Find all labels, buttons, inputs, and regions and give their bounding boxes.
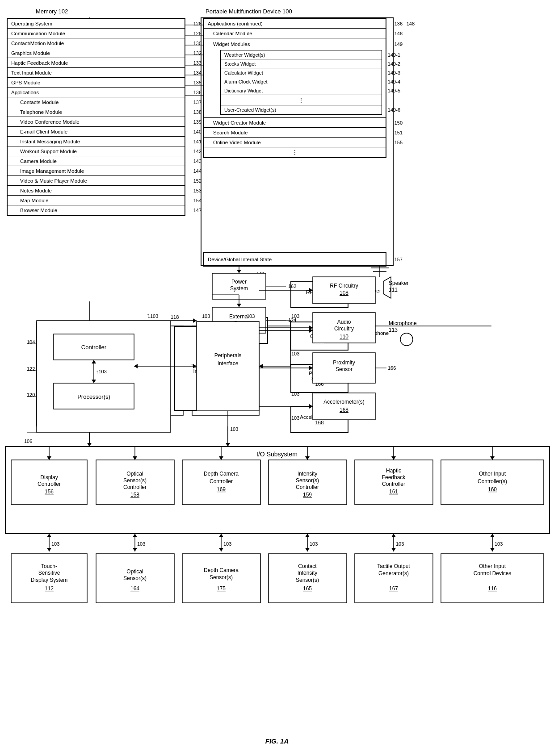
diagram: Memory 102 Operating System 126 Communic…	[0, 0, 554, 756]
svg-text:Accelerometer(s): Accelerometer(s)	[323, 399, 364, 405]
svg-marker-128	[133, 534, 137, 537]
svg-marker-31	[383, 277, 391, 298]
svg-text:Microphone: Microphone	[389, 320, 417, 326]
alarm-widget-row: Alarm Clock Widget 149-4	[221, 77, 382, 86]
controller-box: Controller	[50, 334, 130, 360]
accelerometer-box: Accelerometer(s)168	[290, 406, 348, 433]
svg-text:Depth Camera: Depth Camera	[204, 471, 239, 477]
dict-widget-row: Dictionary Widget 149-5	[221, 86, 382, 95]
svg-rect-113	[355, 460, 433, 505]
svg-marker-63	[193, 318, 197, 323]
svg-text:System: System	[230, 285, 248, 292]
apps-row: Applications 136	[8, 88, 185, 97]
svg-point-38	[400, 333, 413, 346]
svg-marker-182	[133, 456, 137, 460]
contacts-row: Contacts Module 137	[8, 97, 185, 107]
more-ellipsis: ⋮	[204, 147, 386, 157]
svg-text:118: 118	[171, 314, 179, 320]
im-row: Instant Messaging Module 141	[8, 137, 185, 146]
svg-text:112: 112	[45, 585, 54, 592]
svg-marker-196	[237, 270, 241, 273]
online-video-row: Online Video Module 155	[204, 138, 386, 147]
svg-text:159: 159	[303, 492, 312, 498]
widget-sub-box: Weather Widget(s) 149-1 Stocks Widget 14…	[220, 50, 382, 115]
svg-rect-168	[441, 554, 544, 603]
svg-text:103: 103	[202, 313, 210, 319]
svg-text:167: 167	[389, 585, 398, 592]
haptic-row: Haptic Feedback Module 133	[8, 58, 185, 68]
svg-text:Controller: Controller	[210, 478, 233, 485]
svg-text:Intensity: Intensity	[298, 471, 318, 477]
portable-label: Portable Multifunction Device 100	[206, 8, 292, 15]
os-row: Operating System 126	[8, 19, 185, 29]
svg-text:164: 164	[130, 585, 139, 592]
svg-text:165: 165	[303, 585, 312, 592]
svg-text:Controller(s): Controller(s)	[478, 478, 507, 485]
calendar-row: Calendar Module 148	[204, 29, 386, 38]
svg-text:Touch-: Touch-	[41, 563, 57, 569]
contact-row: Contact/Motion Module 130	[8, 38, 185, 48]
video-music-row: Video & Music Player Module 152	[8, 176, 185, 186]
svg-text:156: 156	[45, 489, 54, 495]
svg-text:Speaker: Speaker	[389, 280, 409, 286]
video-conf-row: Video Conference Module 139	[8, 117, 185, 127]
svg-text:103: 103	[291, 313, 299, 319]
svg-text:Intensity: Intensity	[298, 570, 318, 576]
main-controller-area: Controller Processor(s)	[36, 322, 165, 426]
text-input-row: Text Input Module 134	[8, 68, 185, 78]
svg-text:Optical: Optical	[126, 568, 143, 575]
svg-text:103: 103	[495, 541, 503, 547]
svg-text:Sensor(s): Sensor(s)	[123, 575, 147, 581]
map-row: Map Module 154	[8, 196, 185, 205]
speaker-label: Speaker111	[362, 288, 381, 299]
device-state-label: Device/Global Internal State 157	[203, 252, 386, 267]
svg-marker-203	[259, 364, 263, 368]
svg-text:166: 166	[388, 365, 396, 371]
svg-text:113: 113	[389, 327, 398, 333]
svg-text:116: 116	[488, 585, 497, 592]
svg-text:Other Input: Other Input	[479, 471, 506, 477]
user-widget-row: User-Created Widget(s) 149-6	[221, 105, 382, 114]
svg-marker-186	[391, 456, 396, 460]
svg-text:Sensor(s): Sensor(s)	[296, 577, 319, 583]
portable-box: Applications (continued) 136 148 Calenda…	[203, 18, 386, 158]
comm-row: Communication Module 128	[8, 29, 185, 38]
power-label: — 162	[250, 271, 264, 277]
proximity-box: ProximitySensor166	[290, 364, 348, 393]
svg-rect-118	[441, 460, 544, 505]
image-mgmt-row: Image Management Module 144	[8, 166, 185, 176]
svg-text:Sensor(s): Sensor(s)	[210, 574, 233, 581]
svg-text:Contact: Contact	[298, 563, 317, 569]
widget-modules-row: Widget Modules 149 Weather Widget(s) 149…	[204, 38, 386, 118]
svg-rect-164	[355, 554, 433, 603]
calc-widget-row: Calculator Widget 149-3	[221, 68, 382, 77]
svg-text:103: 103	[223, 541, 231, 547]
svg-rect-108	[269, 460, 347, 505]
svg-text:Depth Camera: Depth Camera	[204, 567, 239, 573]
svg-marker-175	[47, 456, 51, 460]
browser-row: Browser Module 147	[8, 205, 185, 215]
svg-text:Other Input: Other Input	[479, 563, 506, 569]
svg-text:103: 103	[310, 541, 318, 547]
svg-text:Sensor(s): Sensor(s)	[296, 477, 319, 484]
audio-box: AudioCircuitry110	[290, 322, 348, 351]
svg-text:Display: Display	[40, 474, 58, 480]
svg-text:Controller: Controller	[123, 484, 147, 490]
svg-text:103: 103	[230, 426, 238, 432]
svg-rect-93	[5, 447, 550, 534]
svg-marker-188	[490, 456, 495, 460]
svg-marker-132	[219, 534, 223, 537]
memory-box: Operating System 126 Communication Modul…	[7, 18, 185, 216]
svg-text:Optical: Optical	[126, 471, 143, 477]
stocks-widget-row: Stocks Widget 149-2	[221, 59, 382, 68]
svg-text:Feedback: Feedback	[382, 474, 406, 480]
weather-widget-row: Weather Widget(s) 149-1	[221, 50, 382, 59]
svg-text:Sensor(s): Sensor(s)	[123, 477, 147, 484]
svg-text:Controller: Controller	[296, 484, 319, 490]
svg-marker-140	[391, 534, 396, 537]
svg-text:Power: Power	[231, 279, 247, 285]
svg-text:120: 120	[27, 392, 35, 397]
peripherals-box: PeripheralsInterface	[174, 326, 232, 411]
svg-rect-99	[96, 460, 174, 505]
graphics-row: Graphics Module 132	[8, 48, 185, 58]
